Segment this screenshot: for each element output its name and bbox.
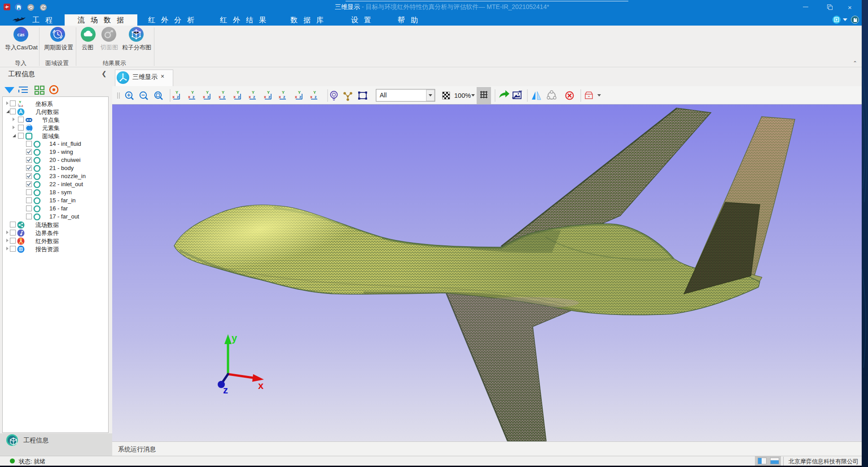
svg-text:Y: Y: [298, 90, 301, 95]
svg-text:y: y: [232, 332, 237, 344]
svg-text:x: x: [22, 104, 23, 107]
svg-text:Y: Y: [175, 90, 178, 95]
svg-text:z: z: [207, 95, 210, 99]
svg-text:x: x: [295, 95, 297, 99]
svg-text:z: z: [315, 95, 317, 99]
svg-text:x: x: [172, 95, 175, 99]
svg-text:z: z: [253, 95, 255, 99]
svg-text:z: z: [299, 95, 302, 99]
svg-text:z: z: [177, 95, 179, 99]
svg-text:z: z: [223, 95, 225, 99]
svg-text:Y: Y: [282, 90, 285, 95]
svg-text:x: x: [249, 95, 251, 99]
svg-text:All: All: [380, 92, 387, 99]
svg-text:x: x: [264, 95, 266, 99]
svg-text:x: x: [310, 95, 312, 99]
svg-text:z: z: [193, 95, 195, 99]
svg-text:Y: Y: [206, 90, 209, 95]
svg-text:z: z: [283, 95, 285, 99]
svg-text:x: x: [233, 95, 236, 99]
svg-text:cas: cas: [17, 31, 24, 38]
svg-text:z: z: [19, 104, 21, 107]
svg-text:x: x: [203, 95, 205, 99]
svg-text:x: x: [258, 380, 264, 391]
svg-text:Y: Y: [313, 90, 316, 95]
svg-text:x: x: [188, 95, 190, 99]
svg-text:z: z: [223, 384, 228, 396]
svg-text:Y: Y: [19, 100, 22, 104]
svg-text:Y: Y: [222, 90, 224, 95]
svg-text:z: z: [268, 95, 271, 99]
svg-text:Y: Y: [267, 90, 270, 95]
svg-text:Y: Y: [252, 90, 254, 95]
svg-text:z: z: [238, 95, 240, 99]
svg-text:x: x: [279, 95, 281, 99]
svg-text:x: x: [219, 95, 221, 99]
svg-text:Y: Y: [237, 90, 239, 95]
svg-text:Y: Y: [191, 90, 194, 95]
svg-text:100%: 100%: [454, 92, 471, 99]
